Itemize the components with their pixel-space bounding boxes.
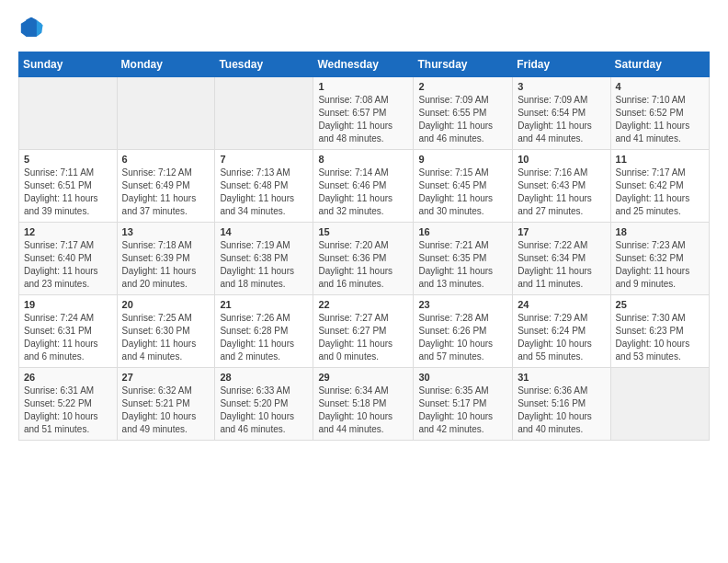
day-number: 9 <box>418 154 507 165</box>
calendar-cell: 31Sunrise: 6:36 AM Sunset: 5:16 PM Dayli… <box>513 368 610 441</box>
calendar-cell <box>19 77 118 150</box>
day-number: 17 <box>518 226 605 237</box>
day-info: Sunrise: 7:29 AM Sunset: 6:24 PM Dayligh… <box>518 312 605 363</box>
calendar-cell: 24Sunrise: 7:29 AM Sunset: 6:24 PM Dayli… <box>513 295 610 368</box>
day-number: 2 <box>418 81 507 92</box>
calendar-cell: 12Sunrise: 7:17 AM Sunset: 6:40 PM Dayli… <box>19 223 118 295</box>
calendar-cell <box>215 77 313 150</box>
day-info: Sunrise: 7:14 AM Sunset: 6:46 PM Dayligh… <box>318 167 408 218</box>
calendar-cell: 9Sunrise: 7:15 AM Sunset: 6:45 PM Daylig… <box>414 150 513 223</box>
calendar-cell: 23Sunrise: 7:28 AM Sunset: 6:26 PM Dayli… <box>414 295 513 368</box>
calendar-cell: 4Sunrise: 7:10 AM Sunset: 6:52 PM Daylig… <box>610 77 709 150</box>
calendar-cell: 28Sunrise: 6:33 AM Sunset: 5:20 PM Dayli… <box>215 368 313 441</box>
header-cell-saturday: Saturday <box>610 52 709 77</box>
day-number: 26 <box>24 372 112 383</box>
day-number: 13 <box>122 226 210 237</box>
calendar-cell: 30Sunrise: 6:35 AM Sunset: 5:17 PM Dayli… <box>414 368 513 441</box>
day-info: Sunrise: 6:35 AM Sunset: 5:17 PM Dayligh… <box>418 385 507 436</box>
week-row-1: 1Sunrise: 7:08 AM Sunset: 6:57 PM Daylig… <box>19 77 710 150</box>
calendar-cell: 5Sunrise: 7:11 AM Sunset: 6:51 PM Daylig… <box>19 150 118 223</box>
header-cell-tuesday: Tuesday <box>215 52 313 77</box>
day-info: Sunrise: 7:28 AM Sunset: 6:26 PM Dayligh… <box>418 312 507 363</box>
day-info: Sunrise: 7:16 AM Sunset: 6:43 PM Dayligh… <box>518 167 605 218</box>
day-number: 27 <box>122 372 210 383</box>
header-row: SundayMondayTuesdayWednesdayThursdayFrid… <box>19 52 710 77</box>
logo <box>18 15 48 40</box>
day-number: 14 <box>220 226 308 237</box>
day-number: 7 <box>220 154 308 165</box>
calendar-cell: 1Sunrise: 7:08 AM Sunset: 6:57 PM Daylig… <box>313 77 414 150</box>
day-info: Sunrise: 7:30 AM Sunset: 6:23 PM Dayligh… <box>616 312 704 363</box>
header <box>18 15 710 40</box>
header-cell-wednesday: Wednesday <box>313 52 414 77</box>
day-number: 16 <box>418 226 507 237</box>
day-info: Sunrise: 7:23 AM Sunset: 6:32 PM Dayligh… <box>616 239 704 291</box>
calendar-cell: 14Sunrise: 7:19 AM Sunset: 6:38 PM Dayli… <box>215 223 313 295</box>
calendar-cell: 2Sunrise: 7:09 AM Sunset: 6:55 PM Daylig… <box>414 77 513 150</box>
svg-marker-2 <box>26 17 36 37</box>
day-info: Sunrise: 6:36 AM Sunset: 5:16 PM Dayligh… <box>518 385 605 436</box>
day-info: Sunrise: 7:27 AM Sunset: 6:27 PM Dayligh… <box>318 312 408 363</box>
day-number: 31 <box>518 372 605 383</box>
page: SundayMondayTuesdayWednesdayThursdayFrid… <box>0 0 728 455</box>
calendar-cell: 22Sunrise: 7:27 AM Sunset: 6:27 PM Dayli… <box>313 295 414 368</box>
day-info: Sunrise: 7:17 AM Sunset: 6:42 PM Dayligh… <box>616 167 704 218</box>
day-number: 5 <box>24 154 112 165</box>
day-info: Sunrise: 7:24 AM Sunset: 6:31 PM Dayligh… <box>24 312 112 363</box>
day-number: 23 <box>418 299 507 310</box>
day-info: Sunrise: 7:12 AM Sunset: 6:49 PM Dayligh… <box>122 167 210 218</box>
calendar-cell <box>610 368 709 441</box>
day-info: Sunrise: 7:22 AM Sunset: 6:34 PM Dayligh… <box>518 239 605 291</box>
day-number: 21 <box>220 299 308 310</box>
day-info: Sunrise: 7:08 AM Sunset: 6:57 PM Dayligh… <box>318 94 408 145</box>
day-number: 3 <box>518 81 605 92</box>
day-info: Sunrise: 6:34 AM Sunset: 5:18 PM Dayligh… <box>318 385 408 436</box>
calendar-cell: 27Sunrise: 6:32 AM Sunset: 5:21 PM Dayli… <box>117 368 215 441</box>
calendar-cell: 20Sunrise: 7:25 AM Sunset: 6:30 PM Dayli… <box>117 295 215 368</box>
day-info: Sunrise: 7:17 AM Sunset: 6:40 PM Dayligh… <box>24 239 112 291</box>
calendar-cell: 26Sunrise: 6:31 AM Sunset: 5:22 PM Dayli… <box>19 368 118 441</box>
calendar-cell: 13Sunrise: 7:18 AM Sunset: 6:39 PM Dayli… <box>117 223 215 295</box>
day-info: Sunrise: 7:10 AM Sunset: 6:52 PM Dayligh… <box>616 94 704 145</box>
day-number: 11 <box>616 154 704 165</box>
day-info: Sunrise: 7:09 AM Sunset: 6:55 PM Dayligh… <box>418 94 507 145</box>
day-info: Sunrise: 6:33 AM Sunset: 5:20 PM Dayligh… <box>220 385 308 436</box>
day-number: 19 <box>24 299 112 310</box>
day-number: 10 <box>518 154 605 165</box>
day-info: Sunrise: 7:15 AM Sunset: 6:45 PM Dayligh… <box>418 167 507 218</box>
day-number: 22 <box>318 299 408 310</box>
header-cell-friday: Friday <box>513 52 610 77</box>
day-info: Sunrise: 7:11 AM Sunset: 6:51 PM Dayligh… <box>24 167 112 218</box>
header-cell-thursday: Thursday <box>414 52 513 77</box>
calendar-cell: 10Sunrise: 7:16 AM Sunset: 6:43 PM Dayli… <box>513 150 610 223</box>
week-row-4: 19Sunrise: 7:24 AM Sunset: 6:31 PM Dayli… <box>19 295 710 368</box>
day-info: Sunrise: 6:31 AM Sunset: 5:22 PM Dayligh… <box>24 385 112 436</box>
calendar-cell: 7Sunrise: 7:13 AM Sunset: 6:48 PM Daylig… <box>215 150 313 223</box>
day-info: Sunrise: 7:09 AM Sunset: 6:54 PM Dayligh… <box>518 94 605 145</box>
day-info: Sunrise: 7:26 AM Sunset: 6:28 PM Dayligh… <box>220 312 308 363</box>
calendar-cell: 29Sunrise: 6:34 AM Sunset: 5:18 PM Dayli… <box>313 368 414 441</box>
day-number: 18 <box>616 226 704 237</box>
day-number: 20 <box>122 299 210 310</box>
calendar-cell: 3Sunrise: 7:09 AM Sunset: 6:54 PM Daylig… <box>513 77 610 150</box>
calendar-cell: 18Sunrise: 7:23 AM Sunset: 6:32 PM Dayli… <box>610 223 709 295</box>
calendar-table: SundayMondayTuesdayWednesdayThursdayFrid… <box>18 52 710 441</box>
day-number: 15 <box>318 226 408 237</box>
day-number: 25 <box>616 299 704 310</box>
calendar-cell: 6Sunrise: 7:12 AM Sunset: 6:49 PM Daylig… <box>117 150 215 223</box>
week-row-2: 5Sunrise: 7:11 AM Sunset: 6:51 PM Daylig… <box>19 150 710 223</box>
day-info: Sunrise: 7:21 AM Sunset: 6:35 PM Dayligh… <box>418 239 507 291</box>
week-row-3: 12Sunrise: 7:17 AM Sunset: 6:40 PM Dayli… <box>19 223 710 295</box>
header-cell-monday: Monday <box>117 52 215 77</box>
calendar-cell: 8Sunrise: 7:14 AM Sunset: 6:46 PM Daylig… <box>313 150 414 223</box>
day-number: 4 <box>616 81 704 92</box>
day-number: 8 <box>318 154 408 165</box>
day-info: Sunrise: 7:19 AM Sunset: 6:38 PM Dayligh… <box>220 239 308 291</box>
calendar-cell: 25Sunrise: 7:30 AM Sunset: 6:23 PM Dayli… <box>610 295 709 368</box>
calendar-cell: 11Sunrise: 7:17 AM Sunset: 6:42 PM Dayli… <box>610 150 709 223</box>
logo-icon <box>18 15 44 40</box>
day-info: Sunrise: 7:25 AM Sunset: 6:30 PM Dayligh… <box>122 312 210 363</box>
day-number: 29 <box>318 372 408 383</box>
day-info: Sunrise: 6:32 AM Sunset: 5:21 PM Dayligh… <box>122 385 210 436</box>
svg-marker-1 <box>37 20 43 37</box>
